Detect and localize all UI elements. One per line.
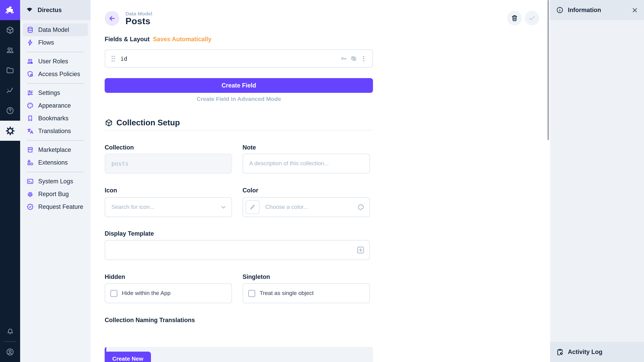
hidden-checkbox-field[interactable]: Hide within the App <box>105 283 232 303</box>
save-button[interactable] <box>524 11 539 25</box>
sidebar-divider <box>27 140 84 141</box>
sidebar: Directus Data Model Flows <box>20 0 90 362</box>
activity-log-toggle[interactable]: Activity Log <box>550 342 644 362</box>
color-label: Color <box>242 187 370 194</box>
sidebar-divider <box>27 83 84 84</box>
sidebar-item-label: Data Model <box>38 26 69 33</box>
sidebar-item-label: System Logs <box>38 178 73 185</box>
drag-handle-icon[interactable] <box>111 54 116 63</box>
sidebar-divider <box>27 52 84 52</box>
create-field-button[interactable]: Create Field <box>105 78 373 93</box>
sidebar-item-user-roles[interactable]: User Roles <box>23 55 88 68</box>
sliders-icon <box>26 89 34 96</box>
hidden-checkbox-label: Hide within the App <box>122 290 170 297</box>
directus-logo[interactable] <box>0 0 20 20</box>
collection-input <box>105 154 232 173</box>
arrow-left-icon <box>108 14 116 22</box>
module-insights-icon[interactable] <box>0 80 20 100</box>
terminal-icon <box>26 178 34 185</box>
field-name: id <box>120 55 127 62</box>
bug-icon <box>26 190 34 198</box>
sidebar-item-label: Settings <box>38 89 60 96</box>
sidebar-item-label: Appearance <box>38 102 71 109</box>
sidebar-item-extensions[interactable]: Extensions <box>23 156 88 169</box>
sidebar-item-system-logs[interactable]: System Logs <box>23 175 88 188</box>
module-users-icon[interactable] <box>0 40 20 60</box>
icon-search-input[interactable] <box>105 198 232 217</box>
hidden-label: Hidden <box>105 274 232 281</box>
icon-select-wrap <box>105 197 232 217</box>
module-files-icon[interactable] <box>0 60 20 80</box>
project-selector[interactable]: Directus <box>20 0 90 20</box>
information-panel-header[interactable]: Information <box>550 0 644 20</box>
account-circle-icon[interactable] <box>0 342 20 362</box>
sidebar-item-label: Bookmarks <box>38 115 68 122</box>
trash-icon <box>511 14 518 22</box>
back-button[interactable] <box>105 11 120 26</box>
palette-icon[interactable] <box>357 203 364 211</box>
chevron-down-icon[interactable] <box>220 204 227 211</box>
info-circle-icon <box>556 6 564 14</box>
plus-box-icon[interactable] <box>356 246 364 254</box>
module-content-icon[interactable] <box>0 20 20 40</box>
main-scrollbar[interactable] <box>548 0 549 140</box>
right-sidebar: Information Activity Log <box>550 0 644 362</box>
shapes-icon <box>26 159 34 166</box>
sidebar-item-flows[interactable]: Flows <box>23 36 88 49</box>
translations-label: Collection Naming Translations <box>105 317 195 324</box>
kebab-menu-icon[interactable] <box>360 55 367 62</box>
color-input-wrap <box>242 197 370 217</box>
note-label: Note <box>242 144 370 151</box>
display-template-label: Display Template <box>105 230 154 237</box>
create-new-translation-button[interactable]: Create New <box>105 352 151 362</box>
delete-collection-button[interactable] <box>507 11 522 25</box>
main-content: Data Model Posts Fields & Layout Saves A… <box>90 0 550 362</box>
sidebar-item-label: Request Feature <box>38 203 83 210</box>
section-divider <box>105 130 373 131</box>
sidebar-item-label: Translations <box>38 128 71 135</box>
icon-label: Icon <box>105 187 232 194</box>
collection-input-wrap <box>105 153 232 174</box>
fields-layout-heading: Fields & Layout <box>105 36 150 43</box>
breadcrumb[interactable]: Data Model <box>126 11 152 16</box>
create-field-advanced-link[interactable]: Create Field in Advanced Mode <box>105 96 373 103</box>
badge-check-icon <box>26 203 34 211</box>
sidebar-item-report-bug[interactable]: Report Bug <box>23 188 88 200</box>
notifications-bell-icon[interactable] <box>0 321 20 341</box>
field-row-id[interactable]: id <box>105 49 373 68</box>
module-help-icon[interactable] <box>0 100 20 121</box>
singleton-checkbox[interactable] <box>248 290 255 297</box>
singleton-checkbox-label: Treat as single object <box>260 290 314 297</box>
collection-setup-heading: Collection Setup <box>116 118 180 127</box>
box-icon <box>105 118 113 127</box>
note-input[interactable] <box>243 154 369 173</box>
display-template-input-wrap[interactable] <box>105 240 370 260</box>
key-icon <box>340 55 347 62</box>
module-settings-icon[interactable] <box>0 121 20 141</box>
bolt-icon <box>26 39 34 46</box>
check-icon <box>528 14 536 22</box>
eye-off-icon[interactable] <box>350 55 357 62</box>
sidebar-item-appearance[interactable]: Appearance <box>23 99 88 112</box>
sidebar-item-label: Marketplace <box>38 146 71 153</box>
sidebar-item-translations[interactable]: Translations <box>23 125 88 137</box>
project-name: Directus <box>38 6 62 13</box>
sidebar-item-bookmarks[interactable]: Bookmarks <box>23 112 88 125</box>
shield-user-icon <box>26 70 34 78</box>
sidebar-item-marketplace[interactable]: Marketplace <box>23 143 88 156</box>
singleton-label: Singleton <box>242 274 370 281</box>
eyedropper-icon <box>246 200 260 214</box>
close-icon[interactable] <box>632 7 638 13</box>
sidebar-item-label: Access Policies <box>38 70 80 78</box>
activity-log-label: Activity Log <box>568 349 602 356</box>
color-input[interactable] <box>243 198 369 217</box>
autosave-note: Saves Automatically <box>153 36 212 43</box>
information-panel-title: Information <box>568 6 601 13</box>
sidebar-item-request-feature[interactable]: Request Feature <box>23 200 88 213</box>
sidebar-item-settings[interactable]: Settings <box>23 86 88 99</box>
hidden-checkbox[interactable] <box>110 290 118 297</box>
sidebar-item-data-model[interactable]: Data Model <box>23 23 88 36</box>
storefront-icon <box>26 146 34 153</box>
sidebar-item-access-policies[interactable]: Access Policies <box>23 68 88 80</box>
singleton-checkbox-field[interactable]: Treat as single object <box>242 283 370 303</box>
